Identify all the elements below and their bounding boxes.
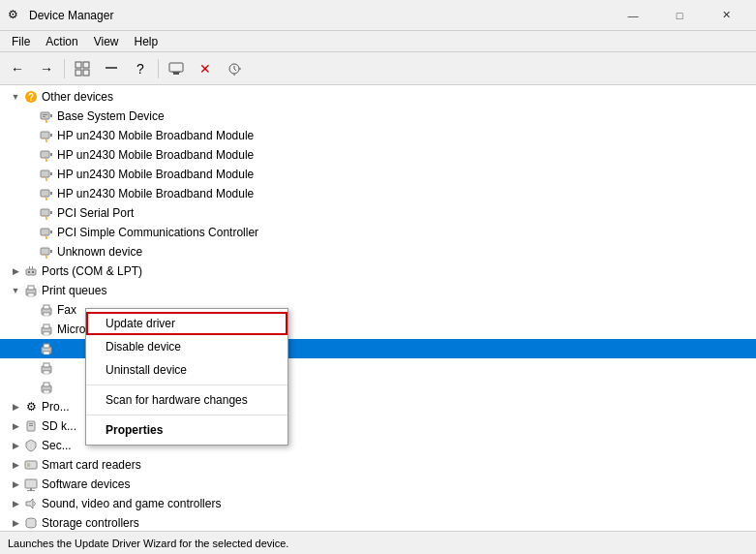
icon-hp2 bbox=[39, 147, 54, 163]
svg-rect-28 bbox=[41, 209, 49, 216]
svg-point-27 bbox=[45, 199, 47, 200]
tree-item-smart-card[interactable]: ▶ Smart card readers bbox=[0, 455, 756, 475]
toolbar: ← → ? ✕ bbox=[0, 52, 756, 85]
toolbar-scan[interactable] bbox=[221, 56, 248, 81]
svg-text:?: ? bbox=[28, 92, 34, 103]
window-title: Device Manager bbox=[29, 9, 113, 22]
svg-rect-17 bbox=[50, 134, 52, 137]
ctx-scan-label: Scan for hardware changes bbox=[106, 393, 248, 407]
device-tree[interactable]: ▼ ? Other devices Base System Device HP … bbox=[0, 85, 756, 531]
svg-rect-72 bbox=[27, 490, 35, 491]
icon-printer3 bbox=[39, 341, 54, 356]
expand-base-system bbox=[23, 108, 39, 124]
label-fax: Fax bbox=[57, 303, 76, 317]
label-pci-serial: PCI Serial Port bbox=[57, 206, 134, 220]
label-software: Software devices bbox=[42, 477, 130, 491]
ctx-update-driver[interactable]: Update driver bbox=[86, 312, 287, 335]
svg-rect-26 bbox=[50, 192, 52, 195]
svg-rect-65 bbox=[44, 390, 49, 393]
icon-sec bbox=[23, 438, 39, 453]
ctx-disable-device[interactable]: Disable device bbox=[86, 335, 287, 358]
icon-printer5 bbox=[39, 380, 54, 395]
menu-file[interactable]: File bbox=[4, 33, 38, 50]
svg-rect-47 bbox=[44, 305, 49, 309]
svg-rect-25 bbox=[41, 190, 49, 197]
ctx-separator2 bbox=[86, 415, 287, 416]
icon-unknown bbox=[39, 244, 54, 260]
minimize-button[interactable]: — bbox=[611, 6, 655, 25]
icon-hp3 bbox=[39, 167, 54, 182]
menu-help[interactable]: Help bbox=[127, 33, 166, 50]
expand-other-devices[interactable]: ▼ bbox=[8, 89, 23, 105]
svg-point-36 bbox=[45, 257, 47, 259]
svg-rect-29 bbox=[50, 211, 52, 214]
toolbar-help[interactable]: ? bbox=[127, 56, 154, 81]
svg-rect-23 bbox=[50, 172, 52, 175]
label-hp4: HP un2430 Mobile Broadband Module bbox=[57, 187, 254, 200]
svg-rect-41 bbox=[32, 266, 33, 269]
ctx-update-driver-label: Update driver bbox=[106, 317, 175, 330]
svg-rect-22 bbox=[41, 170, 49, 177]
toolbar-sep2 bbox=[158, 59, 159, 78]
toolbar-delete[interactable]: ✕ bbox=[192, 56, 219, 81]
label-print-queues: Print queues bbox=[42, 284, 106, 297]
icon-print-queues bbox=[23, 283, 39, 298]
svg-rect-69 bbox=[25, 461, 37, 469]
tree-item-hp3[interactable]: HP un2430 Mobile Broadband Module bbox=[0, 165, 756, 184]
expand-ports[interactable]: ▶ bbox=[8, 263, 23, 279]
tree-item-unknown[interactable]: Unknown device bbox=[0, 242, 756, 262]
tree-item-hp2[interactable]: HP un2430 Mobile Broadband Module bbox=[0, 145, 756, 165]
tree-item-hp4[interactable]: HP un2430 Mobile Broadband Module bbox=[0, 184, 756, 203]
svg-rect-6 bbox=[173, 73, 179, 75]
menu-action[interactable]: Action bbox=[38, 33, 85, 50]
svg-point-21 bbox=[45, 160, 47, 162]
svg-rect-57 bbox=[44, 352, 49, 354]
tree-item-other-devices[interactable]: ▼ ? Other devices bbox=[0, 87, 756, 107]
tree-item-ports[interactable]: ▶ Ports (COM & LPT) bbox=[0, 262, 756, 281]
svg-rect-20 bbox=[50, 153, 52, 156]
svg-rect-34 bbox=[41, 248, 49, 255]
ctx-properties[interactable]: Properties bbox=[86, 418, 287, 442]
svg-rect-0 bbox=[76, 62, 81, 68]
ctx-scan-hardware[interactable]: Scan for hardware changes bbox=[86, 388, 287, 412]
icon-pci-simple bbox=[39, 225, 54, 240]
svg-rect-12 bbox=[50, 114, 52, 117]
label-other-devices: Other devices bbox=[42, 90, 113, 104]
menu-view[interactable]: View bbox=[86, 33, 127, 50]
svg-rect-59 bbox=[44, 363, 49, 367]
icon-ports bbox=[23, 263, 39, 279]
toolbar-collapse[interactable] bbox=[98, 56, 125, 81]
window-controls: — □ ✕ bbox=[611, 6, 748, 25]
svg-point-24 bbox=[45, 179, 47, 181]
tree-item-sound[interactable]: ▶ Sound, video and game controllers bbox=[0, 494, 756, 513]
maximize-button[interactable]: □ bbox=[657, 6, 702, 25]
svg-rect-55 bbox=[44, 344, 49, 348]
svg-rect-2 bbox=[76, 70, 81, 76]
expand-print[interactable]: ▼ bbox=[8, 283, 23, 298]
icon-sound bbox=[23, 496, 39, 511]
toolbar-expand[interactable] bbox=[69, 56, 96, 81]
icon-ms-print bbox=[39, 322, 54, 337]
svg-rect-32 bbox=[50, 231, 52, 233]
toolbar-back[interactable]: ← bbox=[4, 56, 31, 81]
title-bar: ⚙ Device Manager — □ ✕ bbox=[0, 0, 756, 31]
label-unknown: Unknown device bbox=[57, 245, 142, 259]
toolbar-forward[interactable]: → bbox=[33, 56, 60, 81]
tree-item-storage[interactable]: ▶ Storage controllers bbox=[0, 513, 756, 531]
tree-item-software[interactable]: ▶ Software devices bbox=[0, 475, 756, 494]
tree-item-base-system[interactable]: Base System Device bbox=[0, 107, 756, 126]
tree-item-pci-serial[interactable]: PCI Serial Port bbox=[0, 203, 756, 223]
toolbar-sep1 bbox=[64, 59, 65, 78]
tree-item-hp1[interactable]: HP un2430 Mobile Broadband Module bbox=[0, 126, 756, 145]
close-button[interactable]: ✕ bbox=[704, 6, 748, 25]
tree-item-print-queues[interactable]: ▼ Print queues bbox=[0, 281, 756, 300]
svg-rect-31 bbox=[41, 229, 49, 235]
ctx-uninstall-label: Uninstall device bbox=[106, 363, 187, 377]
ctx-uninstall-device[interactable]: Uninstall device bbox=[86, 358, 287, 382]
icon-fax bbox=[39, 302, 54, 318]
toolbar-computer[interactable] bbox=[163, 56, 190, 81]
svg-rect-13 bbox=[43, 114, 47, 115]
svg-point-18 bbox=[45, 140, 47, 142]
icon-printer4 bbox=[39, 360, 54, 376]
tree-item-pci-simple[interactable]: PCI Simple Communications Controller bbox=[0, 223, 756, 242]
